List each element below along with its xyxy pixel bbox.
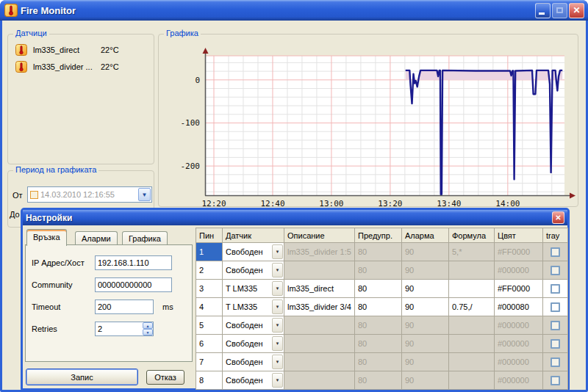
- tray-cell: [543, 280, 568, 298]
- color-cell[interactable]: #000080: [495, 298, 543, 316]
- color-cell[interactable]: #FF0000: [495, 280, 543, 298]
- sensor-type-combo[interactable]: T LM335▼: [223, 298, 284, 316]
- alarm-cell[interactable]: 90: [402, 298, 449, 316]
- tray-checkbox[interactable]: [551, 266, 560, 275]
- pin-table-body: 1Свободен▼lm335_divider 1:580905,*#FF000…: [196, 243, 568, 390]
- table-row: 4T LM335▼lm335_divider 3/480900.75,/#000…: [196, 298, 568, 316]
- chevron-down-icon[interactable]: ▼: [272, 300, 283, 314]
- sensor-type-combo[interactable]: Свободен▼: [223, 243, 284, 261]
- spin-up-icon[interactable]: ▲: [143, 322, 153, 329]
- pin-cell[interactable]: 8: [196, 371, 223, 390]
- tray-checkbox[interactable]: [551, 357, 560, 367]
- tray-cell: [543, 371, 568, 390]
- tab-graph[interactable]: Графика: [122, 231, 168, 246]
- sensor-type-value: Свободен: [223, 357, 272, 366]
- tray-cell: [543, 261, 568, 280]
- sensor-name: lm335_divider ...: [33, 62, 101, 71]
- alarm-cell[interactable]: 90: [402, 280, 449, 298]
- tray-checkbox[interactable]: [551, 247, 560, 257]
- column-header: Аларма: [402, 228, 449, 243]
- sensor-type-cell: Свободен▼: [223, 371, 284, 390]
- pin-cell[interactable]: 3: [196, 280, 223, 298]
- sensor-type-value: Свободен: [223, 266, 272, 275]
- dialog-close-button[interactable]: ✕: [552, 211, 564, 224]
- pin-cell[interactable]: 6: [196, 335, 223, 353]
- chevron-down-icon[interactable]: ▼: [272, 281, 283, 296]
- title-bar[interactable]: Fire Monitor ✕: [0, 0, 588, 21]
- sensor-type-combo[interactable]: Свободен▼: [223, 371, 284, 389]
- sensor-type-cell: Свободен▼: [223, 261, 284, 280]
- pin-cell[interactable]: 1: [196, 243, 223, 261]
- description-cell[interactable]: lm335_divider 3/4: [284, 298, 355, 316]
- tray-cell: [543, 316, 568, 335]
- chevron-down-icon[interactable]: ▼: [272, 336, 283, 351]
- column-header: Цвят: [495, 228, 543, 243]
- sensor-type-cell: T LM335▼: [223, 280, 284, 298]
- tray-checkbox[interactable]: [551, 339, 560, 349]
- retries-label: Retries: [32, 324, 95, 333]
- chevron-down-icon[interactable]: ▼: [272, 373, 283, 388]
- cancel-button[interactable]: Отказ: [146, 370, 184, 385]
- minimize-icon: [539, 12, 545, 15]
- thermometer-icon: [15, 44, 27, 56]
- save-button[interactable]: Запис: [26, 369, 138, 385]
- timeout-field[interactable]: [95, 300, 154, 314]
- tray-checkbox[interactable]: [551, 376, 560, 385]
- description-cell[interactable]: lm335_direct: [284, 280, 355, 298]
- chevron-down-icon[interactable]: ▼: [272, 263, 283, 277]
- column-header: Предупр.: [355, 228, 402, 243]
- warning-cell[interactable]: 80: [355, 298, 402, 316]
- sensor-list-item[interactable]: lm335_direct 22°C: [15, 43, 119, 57]
- dialog-title-bar[interactable]: Настройки ✕: [23, 210, 567, 225]
- chevron-down-icon[interactable]: ▼: [272, 318, 283, 333]
- warning-cell[interactable]: 80: [355, 280, 402, 298]
- sensor-type-combo[interactable]: Свободен▼: [223, 335, 284, 352]
- color-cell: #000000: [495, 371, 543, 390]
- chevron-down-icon[interactable]: ▼: [272, 355, 283, 369]
- alarm-cell: 90: [402, 261, 449, 280]
- formula-cell[interactable]: 0.75,/: [449, 298, 495, 316]
- maximize-button[interactable]: [552, 3, 567, 18]
- column-header: Описание: [284, 228, 355, 243]
- color-cell: #FF0000: [495, 243, 543, 261]
- tray-cell: [543, 335, 568, 353]
- tab-alarms[interactable]: Аларми: [75, 231, 118, 246]
- column-header: Датчик: [223, 228, 284, 243]
- warning-cell: 80: [355, 243, 402, 261]
- dialog-title: Настройки: [26, 213, 552, 223]
- period-group-label: Период на графиката: [13, 165, 98, 174]
- alarm-cell: 90: [402, 243, 449, 261]
- community-field[interactable]: [95, 277, 172, 292]
- pin-cell[interactable]: 7: [196, 353, 223, 371]
- pin-table-header-row: ПинДатчикОписаниеПредупр.АлармаФормулаЦв…: [196, 228, 568, 243]
- sensor-type-combo[interactable]: Свободен▼: [223, 353, 284, 371]
- from-datetime-picker[interactable]: 14.03.2010 12:16:55 ▼: [27, 186, 152, 203]
- chevron-down-icon[interactable]: ▼: [272, 244, 283, 259]
- pin-cell[interactable]: 2: [196, 261, 223, 280]
- pin-cell[interactable]: 4: [196, 298, 223, 316]
- chevron-down-icon[interactable]: ▼: [138, 188, 151, 201]
- sensor-type-combo[interactable]: Свободен▼: [223, 316, 284, 334]
- sensor-list-item[interactable]: lm335_divider ... 22°C: [15, 60, 119, 73]
- pin-cell[interactable]: 5: [196, 316, 223, 335]
- minimize-button[interactable]: [535, 3, 551, 18]
- date-checkbox[interactable]: [30, 191, 38, 199]
- tray-checkbox[interactable]: [551, 284, 560, 294]
- to-label: До: [10, 210, 20, 219]
- description-cell: [284, 335, 355, 353]
- table-row: 5Свободен▼8090#000000: [196, 316, 568, 335]
- sensor-type-combo[interactable]: Свободен▼: [223, 261, 284, 279]
- tray-checkbox[interactable]: [551, 302, 560, 312]
- spin-down-icon[interactable]: ▼: [143, 329, 153, 335]
- sensor-type-value: Свободен: [223, 247, 272, 256]
- ip-host-field[interactable]: [95, 255, 172, 270]
- sensor-name: lm335_direct: [33, 46, 101, 54]
- color-cell: #000000: [495, 353, 543, 371]
- app-thermometer-icon: [4, 4, 18, 17]
- sensor-type-combo[interactable]: T LM335▼: [223, 280, 284, 297]
- table-row: 8Свободен▼8090#000000: [196, 371, 568, 390]
- close-button[interactable]: ✕: [569, 3, 584, 18]
- tray-checkbox[interactable]: [551, 321, 560, 330]
- tab-connection[interactable]: Връзка: [26, 229, 67, 246]
- formula-cell[interactable]: [449, 280, 495, 298]
